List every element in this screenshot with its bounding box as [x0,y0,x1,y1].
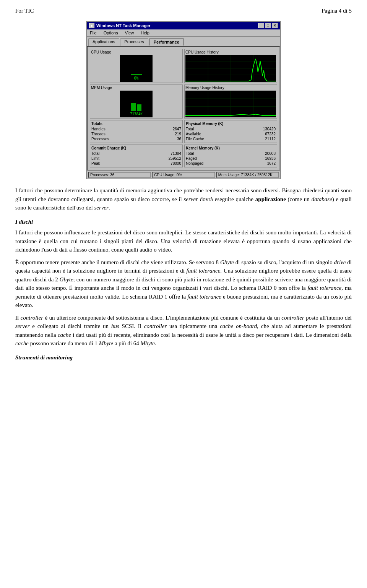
menu-options[interactable]: Options [102,30,120,36]
phys-available-row: Available 67232 [186,132,276,136]
performance-grid-top: CPU Usage 0% CPU Usage History [90,49,277,83]
mem-gauge: 71384K [120,91,153,117]
status-cpu-usage: CPU Usage: 0% [152,172,214,178]
threads-label: Threads [91,132,106,136]
app-icon: ■ [89,23,94,28]
mem-usage-label: MEM Usage [91,86,182,90]
cpu-history-chart [185,55,276,82]
kernel-nonpaged-row: Nonpaged 3672 [186,161,276,166]
status-mem-usage: Mem Usage: 71384K / 259512K [216,172,279,178]
phys-filecache-value: 21112 [265,137,276,141]
processes-label: Processes [91,137,109,141]
maximize-button[interactable]: □ [265,23,271,28]
monitoring-heading: Strumenti di monitoring [15,353,352,362]
cpu-usage-label: CPU Usage [91,50,182,54]
totals-box: Totals Handles 2647 Threads 219 Processe… [90,120,183,143]
window-content: CPU Usage 0% CPU Usage History [87,46,280,171]
commit-total-label: Total [91,151,99,156]
mem-usage-box: MEM Usage 71384K [90,84,183,119]
menu-file[interactable]: File [88,30,98,36]
commit-total-row: Total 71384 [91,151,181,156]
status-processes: Processes: 36 [88,172,151,178]
kernel-paged-value: 16936 [265,156,276,161]
disk-paragraph-2: È opportuno tenere presente anche il num… [15,258,352,310]
intro-paragraph: I fattori che possono determinare la qua… [15,186,352,212]
mem-value: 71384K [130,112,143,116]
kernel-paged-row: Paged 16936 [186,156,276,161]
mem-history-box: Memory Usage History [184,84,277,119]
kernel-total-row: Total 20608 [186,151,276,156]
kernel-total-label: Total [186,151,194,156]
totals-processes-row: Processes 36 [91,136,181,141]
handles-label: Handles [91,127,106,131]
mem-history-chart [185,91,276,117]
commit-peak-row: Peak 78000 [91,161,181,166]
disk-heading: I dischi [15,218,352,226]
cpu-usage-box: CPU Usage 0% [90,49,183,83]
cpu-bar [131,74,142,75]
mem-bar-1 [131,103,136,111]
commit-peak-value: 78000 [171,161,181,166]
phys-filecache-row: File Cache 21112 [186,136,276,141]
kernel-nonpaged-value: 3672 [267,161,276,166]
kernel-nonpaged-label: Nonpaged [186,161,203,166]
window-title: Windows NT Task Manager [96,23,151,28]
header-right: Pagina 4 di 5 [322,8,352,14]
kernel-total-value: 20608 [265,151,276,156]
phys-available-label: Available [186,132,201,136]
task-manager-window: ■ Windows NT Task Manager _ □ ✕ File Opt… [86,21,281,179]
commit-total-value: 71384 [171,151,181,156]
stats-grid: Totals Handles 2647 Threads 219 Processe… [90,120,277,167]
physical-memory-title: Physical Memory (K) [186,122,276,126]
close-button[interactable]: ✕ [272,23,278,28]
totals-threads-row: Threads 219 [91,132,181,136]
phys-total-label: Total [186,127,194,131]
phys-available-value: 67232 [265,132,276,136]
menu-help[interactable]: Help [139,30,151,36]
performance-grid-mid: MEM Usage 71384K Memory Usage History [90,84,277,119]
minimize-button[interactable]: _ [258,23,264,28]
commit-limit-label: Limit [91,156,99,161]
body-text: I fattori che possono determinare la qua… [15,186,352,362]
phys-total-value: 130420 [263,127,276,131]
disk-paragraph-1: I fattori che possono influenzare le pre… [15,228,352,254]
commit-charge-box: Commit Charge (K) Total 71384 Limit 2595… [90,145,183,167]
kernel-memory-title: Kernel Memory (K) [186,146,276,150]
kernel-paged-label: Paged [186,156,197,161]
tab-performance[interactable]: Performance [149,38,184,46]
mem-history-label: Memory Usage History [185,86,276,90]
commit-limit-value: 259512 [169,156,181,161]
tab-processes[interactable]: Processes [120,38,148,46]
threads-value: 219 [175,132,181,136]
kernel-memory-box: Kernel Memory (K) Total 20608 Paged 1693… [184,145,277,167]
commit-limit-row: Limit 259512 [91,156,181,161]
cpu-percent: 0% [134,76,138,80]
processes-value: 36 [177,137,181,141]
cpu-history-label: CPU Usage History [185,50,276,54]
cpu-gauge: 0% [120,55,153,82]
commit-charge-title: Commit Charge (K) [91,146,181,150]
window-controls: _ □ ✕ [258,23,278,28]
totals-title: Totals [91,122,181,126]
mem-bars [131,100,141,111]
mem-bar-2 [137,104,141,111]
totals-handles-row: Handles 2647 [91,127,181,132]
handles-value: 2647 [173,127,181,131]
commit-peak-label: Peak [91,161,100,166]
window-titlebar: ■ Windows NT Task Manager _ □ ✕ [87,22,280,29]
cpu-history-box: CPU Usage History [184,49,277,83]
header-left: For TIC [15,8,34,14]
physical-memory-box: Physical Memory (K) Total 130420 Availab… [184,120,277,143]
window-tabs: Applications Processes Performance [87,37,280,46]
menu-view[interactable]: View [123,30,136,36]
window-menubar: File Options View Help [87,29,280,37]
phys-total-row: Total 130420 [186,127,276,132]
window-statusbar: Processes: 36 CPU Usage: 0% Mem Usage: 7… [87,171,280,179]
tab-applications[interactable]: Applications [88,38,119,46]
phys-filecache-label: File Cache [186,137,204,141]
disk-paragraph-3: Il controller è un ulteriore componente … [15,313,352,348]
